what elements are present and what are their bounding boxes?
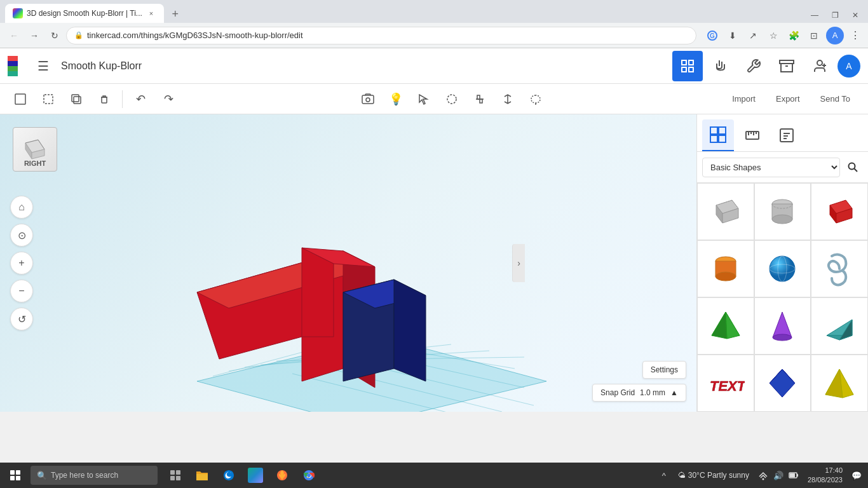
header-right-controls: A: [672, 51, 860, 81]
viewport[interactable]: RIGHT ⌂ ⊙ + − ↺ › Settings Snap Grid 1.0…: [0, 114, 696, 412]
sidebar-icon[interactable]: ⊡: [806, 27, 822, 44]
shape-category-dropdown[interactable]: Basic Shapes: [702, 158, 840, 177]
export-button[interactable]: Export: [766, 89, 810, 109]
delete-button[interactable]: [92, 86, 117, 112]
panel-tab-grid[interactable]: [702, 119, 734, 151]
zoom-in-button[interactable]: +: [10, 252, 33, 274]
shape-item-cone-purple[interactable]: [754, 297, 811, 355]
settings-button[interactable]: Settings: [642, 361, 686, 379]
svg-rect-47: [719, 127, 726, 134]
project-name: Smooth Kup-Blorr: [61, 60, 142, 72]
shape-item-sphere-blue[interactable]: [754, 240, 811, 297]
system-tray-chevron[interactable]: ^: [658, 469, 670, 482]
taskbar-app-chrome[interactable]: [296, 463, 322, 488]
home-view-button[interactable]: ⌂: [10, 196, 33, 219]
tab-close-button[interactable]: ×: [146, 8, 156, 18]
taskbar-app-firefox[interactable]: [269, 463, 295, 488]
panel-tabs: [697, 114, 868, 152]
add-user-button[interactable]: [804, 51, 835, 81]
copy-button[interactable]: [64, 86, 89, 112]
select-button[interactable]: [411, 86, 437, 112]
tab-title: 3D design Smooth Kup-Blorr | Ti...: [27, 9, 142, 18]
left-controls: ⌂ ⊙ + − ↺: [10, 196, 33, 330]
shape-item-text[interactable]: TEXT TEXT: [697, 355, 754, 412]
address-bar[interactable]: 🔒 tinkercad.com/things/kGMgD63SJsN-smoot…: [66, 27, 696, 44]
shape-item-pyramid-yellow[interactable]: [811, 355, 868, 412]
notification-icon[interactable]: 💬: [850, 469, 863, 482]
svg-rect-14: [74, 97, 81, 104]
shape-item-diamond-blue[interactable]: [754, 355, 811, 412]
svg-point-68: [772, 215, 792, 224]
window-minimize[interactable]: —: [807, 8, 822, 23]
shape-item-box-gray[interactable]: [697, 183, 754, 240]
cut-button[interactable]: [36, 86, 61, 112]
tools-button[interactable]: [738, 51, 769, 81]
rotation-button[interactable]: ↺: [10, 308, 33, 330]
download-icon[interactable]: ⬇: [724, 27, 741, 44]
svg-rect-105: [790, 473, 795, 477]
hamburger-menu-button[interactable]: ☰: [33, 56, 53, 76]
send-to-button[interactable]: Send To: [810, 89, 860, 109]
extensions-icon[interactable]: 🧩: [785, 27, 802, 44]
taskbar-app-screenshot[interactable]: [243, 463, 268, 488]
taskbar-app-taskview[interactable]: [163, 463, 188, 488]
camera-button[interactable]: [355, 86, 381, 112]
taskbar-right: ^ 🌤 30°C Partly sunny 🔊 17:40 28/08/2023…: [658, 466, 868, 485]
cube-face-right[interactable]: RIGHT: [13, 127, 57, 172]
taskbar-search[interactable]: 🔍 Type here to search: [31, 466, 158, 485]
battery-icon[interactable]: [787, 469, 800, 482]
shape-item-pyramid-green[interactable]: [697, 297, 754, 355]
chrome-menu-button[interactable]: ⋮: [848, 28, 863, 43]
volume-icon[interactable]: 🔊: [772, 469, 785, 482]
view-cube[interactable]: RIGHT: [13, 127, 64, 178]
weather-widget[interactable]: 🌤 30°C Partly sunny: [673, 471, 754, 480]
mirror-button[interactable]: [495, 86, 520, 112]
new-shape-button[interactable]: [8, 86, 33, 112]
svg-point-75: [770, 256, 795, 281]
shape-item-box-red[interactable]: [811, 183, 868, 240]
taskbar-app-edge[interactable]: [216, 463, 241, 488]
network-icon[interactable]: [757, 469, 770, 482]
refresh-button[interactable]: ↻: [46, 27, 64, 44]
focus-button[interactable]: ⊙: [10, 224, 33, 247]
taskbar-time[interactable]: 17:40 28/08/2023: [803, 466, 848, 485]
snap-grid-control[interactable]: Snap Grid 1.0 mm ▲: [592, 384, 686, 402]
panel-tab-notes[interactable]: [771, 119, 803, 151]
search-shapes-button[interactable]: [843, 157, 863, 177]
svg-rect-94: [170, 470, 175, 475]
hand-button[interactable]: [705, 51, 736, 81]
import-button[interactable]: Import: [722, 89, 766, 109]
edit-toolbar: ↶ ↷ 💡: [0, 84, 868, 114]
redo-button[interactable]: ↷: [156, 86, 181, 112]
cube-label-right: RIGHT: [24, 159, 46, 167]
forward-button[interactable]: →: [25, 27, 43, 44]
browser-tab[interactable]: 3D design Smooth Kup-Blorr | Ti... ×: [5, 4, 164, 23]
new-tab-button[interactable]: +: [166, 5, 184, 23]
panel-collapse-handle[interactable]: ›: [512, 244, 525, 282]
lasso-button[interactable]: [523, 86, 548, 112]
profile-button[interactable]: A: [826, 27, 844, 44]
google-icon[interactable]: G: [704, 27, 721, 44]
zoom-out-button[interactable]: −: [10, 280, 33, 302]
user-avatar[interactable]: A: [837, 55, 860, 78]
window-close[interactable]: ✕: [848, 8, 863, 23]
window-maximize[interactable]: ❐: [827, 8, 843, 23]
align-button[interactable]: [467, 86, 492, 112]
shape-item-cylinder-orange[interactable]: [697, 240, 754, 297]
box-button[interactable]: [771, 51, 802, 81]
svg-line-60: [855, 169, 858, 172]
grid-view-button[interactable]: [672, 51, 703, 81]
undo-button[interactable]: ↶: [128, 86, 153, 112]
light-button[interactable]: 💡: [383, 86, 409, 112]
start-button[interactable]: [0, 463, 31, 488]
shape-item-spiral[interactable]: [811, 240, 868, 297]
back-button[interactable]: ←: [5, 27, 23, 44]
circle-select-button[interactable]: [439, 86, 465, 112]
share-icon[interactable]: ↗: [745, 27, 761, 44]
panel-tab-ruler[interactable]: [736, 119, 768, 151]
shape-item-cylinder-gray[interactable]: [754, 183, 811, 240]
taskbar-app-explorer[interactable]: [189, 463, 215, 488]
svg-rect-11: [15, 94, 25, 104]
shape-item-wedge-teal[interactable]: [811, 297, 868, 355]
bookmark-icon[interactable]: ☆: [765, 27, 782, 44]
